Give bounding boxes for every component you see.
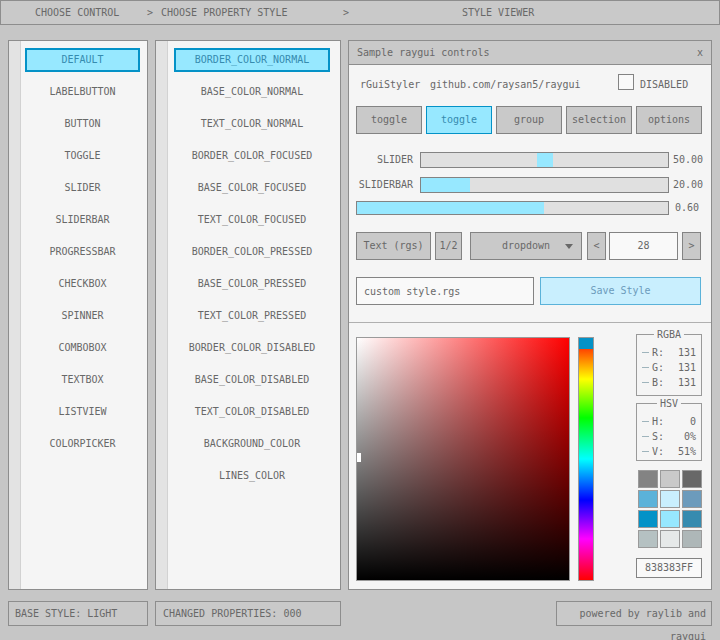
chevron-down-icon [565, 244, 573, 249]
save-style-button[interactable]: Save Style [540, 277, 701, 305]
rgba-g-value: 131 [678, 362, 696, 373]
palette-swatch [638, 470, 658, 488]
property-list-item[interactable]: TEXT_COLOR_NORMAL [174, 112, 330, 136]
rgba-row-b: B: 131 [637, 375, 701, 390]
control-list-item[interactable]: COMBOBOX [25, 336, 140, 360]
control-list-item[interactable]: LISTVIEW [25, 400, 140, 424]
line-icon [642, 367, 649, 368]
progress-bar-fill [357, 202, 544, 214]
hue-bar[interactable] [578, 337, 594, 581]
spinner-decrement-button[interactable]: < [587, 232, 606, 260]
slider-label: SLIDER [355, 153, 413, 167]
hsv-title: HSV [657, 398, 681, 409]
slider-value: 50.00 [673, 153, 703, 167]
status-powered-by: powered by raylib and raygui [556, 601, 712, 626]
control-list-item[interactable]: TOGGLE [25, 144, 140, 168]
color-picker-panel[interactable] [356, 337, 570, 581]
toggle-button[interactable]: toggle [356, 106, 422, 134]
control-list-item[interactable]: SPINNER [25, 304, 140, 328]
line-icon [642, 421, 649, 422]
color-picker-cursor[interactable] [357, 453, 361, 462]
progress-value: 0.60 [675, 201, 699, 215]
palette-swatch [660, 510, 680, 528]
toggle-button[interactable]: group [496, 106, 562, 134]
toggle-button[interactable]: selection [566, 106, 632, 134]
hsv-h-value: 0 [690, 416, 696, 427]
close-icon[interactable]: x [697, 41, 703, 64]
rgba-b-value: 131 [678, 377, 696, 388]
property-list-item[interactable]: TEXT_COLOR_PRESSED [174, 304, 330, 328]
properties-list-scrollbar[interactable] [156, 41, 168, 589]
property-list-item[interactable]: LINES_COLOR [174, 464, 330, 488]
control-list-item[interactable]: PROGRESSBAR [25, 240, 140, 264]
controls-list-panel: DEFAULT LABELBUTTON BUTTON TOGGLE SLIDER… [8, 40, 148, 590]
property-list-item[interactable]: BORDER_COLOR_PRESSED [174, 240, 330, 264]
property-list-item[interactable]: BASE_COLOR_NORMAL [174, 80, 330, 104]
dropdown[interactable]: dropdown [470, 232, 582, 260]
rgba-title: RGBA [654, 329, 684, 340]
breadcrumb-style-viewer: STYLE VIEWER [462, 1, 534, 24]
property-list-item[interactable]: BASE_COLOR_FOCUSED [174, 176, 330, 200]
breadcrumb-separator-icon: > [147, 1, 153, 24]
dropdown-label: dropdown [502, 240, 550, 251]
breadcrumb-bar: CHOOSE CONTROL > CHOOSE PROPERTY STYLE >… [0, 0, 720, 25]
slider-bar-fill [421, 178, 470, 192]
property-list-item[interactable]: TEXT_COLOR_DISABLED [174, 400, 330, 424]
palette-swatch [682, 510, 702, 528]
control-list-item[interactable]: CHECKBOX [25, 272, 140, 296]
control-list-item[interactable]: DEFAULT [25, 48, 140, 72]
rgba-b-label: B: [652, 377, 664, 388]
control-list-item[interactable]: BUTTON [25, 112, 140, 136]
hsv-v-label: V: [652, 446, 664, 457]
property-list-item[interactable]: BORDER_COLOR_FOCUSED [174, 144, 330, 168]
property-list-item[interactable]: TEXT_COLOR_FOCUSED [174, 208, 330, 232]
line-icon [642, 382, 649, 383]
toggle-button[interactable]: options [636, 106, 702, 134]
hex-value-box[interactable]: 838383FF [636, 558, 702, 578]
hsv-row-v: V: 51% [637, 444, 701, 459]
hue-selector[interactable] [579, 338, 593, 349]
property-list-item[interactable]: BACKGROUND_COLOR [174, 432, 330, 456]
window-titlebar[interactable]: Sample raygui controls x [349, 41, 711, 65]
line-icon [642, 451, 649, 452]
line-icon [642, 436, 649, 437]
slider-bar[interactable] [420, 177, 669, 193]
control-list-item[interactable]: SLIDERBAR [25, 208, 140, 232]
hsv-row-s: S: 0% [637, 429, 701, 444]
properties-list-panel: BORDER_COLOR_NORMAL BASE_COLOR_NORMAL TE… [155, 40, 341, 590]
disabled-checkbox[interactable] [618, 74, 634, 90]
controls-list-scrollbar[interactable] [9, 41, 21, 589]
rgba-row-r: R: 131 [637, 345, 701, 360]
property-list-item[interactable]: BORDER_COLOR_NORMAL [174, 48, 330, 72]
rgba-r-label: R: [652, 347, 664, 358]
progress-bar [356, 201, 669, 215]
palette-swatch [682, 470, 702, 488]
disabled-checkbox-label: DISABLED [640, 78, 688, 92]
spinner-value-box[interactable]: 28 [609, 232, 678, 260]
palette-swatch [638, 490, 658, 508]
toggle-button[interactable]: toggle [426, 106, 492, 134]
slider[interactable] [420, 152, 669, 168]
slider-handle[interactable] [537, 153, 553, 167]
control-list-item[interactable]: SLIDER [25, 176, 140, 200]
repo-link[interactable]: github.com/raysan5/raygui [430, 78, 581, 92]
half-button[interactable]: 1/2 [435, 232, 462, 260]
status-changed-properties: CHANGED PROPERTIES: 000 [155, 601, 341, 626]
property-list-item[interactable]: BASE_COLOR_DISABLED [174, 368, 330, 392]
palette-swatch [660, 470, 680, 488]
control-list-item[interactable]: LABELBUTTON [25, 80, 140, 104]
sliderbar-label: SLIDERBAR [355, 178, 413, 192]
text-rgs-button[interactable]: Text (rgs) [356, 232, 431, 260]
hsv-row-h: H: 0 [637, 414, 701, 429]
spinner-increment-button[interactable]: > [682, 232, 701, 260]
window-title: Sample raygui controls [357, 47, 489, 58]
control-list-item[interactable]: TEXTBOX [25, 368, 140, 392]
breadcrumb-choose-property-style: CHOOSE PROPERTY STYLE [161, 1, 287, 24]
rgba-g-label: G: [652, 362, 664, 373]
control-list-item[interactable]: COLORPICKER [25, 432, 140, 456]
filename-input[interactable] [356, 277, 534, 305]
property-list-item[interactable]: BASE_COLOR_PRESSED [174, 272, 330, 296]
property-list-item[interactable]: BORDER_COLOR_DISABLED [174, 336, 330, 360]
hsv-v-value: 51% [678, 446, 696, 457]
status-base-style: BASE STYLE: LIGHT [8, 601, 148, 626]
